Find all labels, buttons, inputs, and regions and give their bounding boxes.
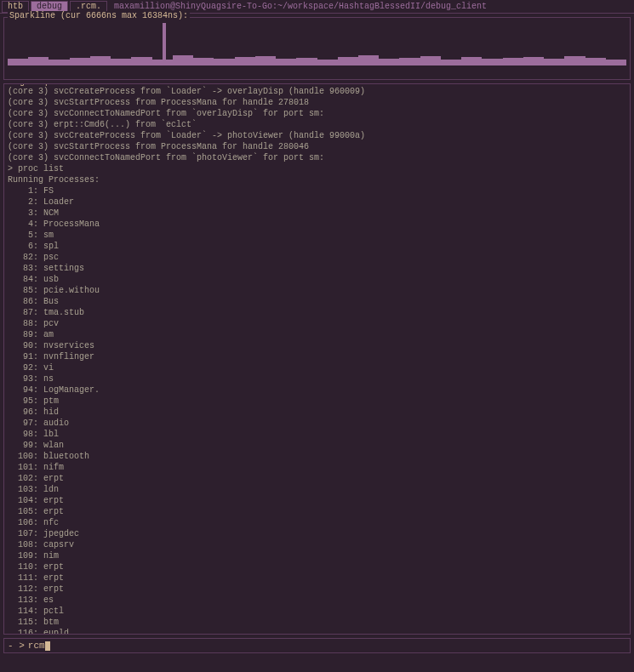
- sparkline-bar: [8, 59, 28, 65]
- sparkline-chart: [8, 23, 626, 65]
- cursor-icon: [45, 641, 50, 651]
- sparkline-bar: [28, 57, 49, 65]
- sparkline-spike: [163, 23, 166, 65]
- sparkline-bar: [544, 59, 564, 65]
- sparkline-bar: [338, 57, 358, 65]
- sparkline-bar: [276, 59, 296, 65]
- sparkline-bar: [585, 58, 606, 65]
- command-prefix: - >: [8, 641, 25, 651]
- sparkline-bar: [358, 55, 379, 65]
- sparkline-bar: [49, 60, 69, 65]
- sparkline-bar: [503, 58, 523, 65]
- sparkline-bar: [461, 57, 482, 65]
- sparkline-bar: [317, 60, 338, 65]
- sparkline-bar: [173, 55, 193, 65]
- sparkline-bar: [564, 56, 585, 65]
- command-text: rcm: [28, 641, 45, 651]
- log-title: Log Output: [8, 83, 62, 87]
- sparkline-bar: [70, 58, 90, 65]
- sparkline-bar: [606, 60, 626, 65]
- sparkline-bar: [111, 59, 131, 65]
- sparkline-bar: [131, 57, 151, 65]
- log-panel: Log Output (core 3) svcCreateProcess fro…: [3, 83, 631, 635]
- log-content: (core 3) svcCreateProcess from `Loader` …: [8, 86, 626, 635]
- sparkline-bar: [379, 59, 399, 65]
- path-label: maxamillion@ShinyQuagsire-To-Go:~/worksp…: [114, 2, 487, 11]
- sparkline-bar: [214, 59, 234, 65]
- command-bar[interactable]: - > rcm: [3, 638, 631, 653]
- sparkline-bar: [296, 58, 317, 65]
- sparkline-bar: [420, 56, 441, 65]
- sparkline-bar: [90, 56, 111, 65]
- sparkline-panel: Sparkline (cur 6666ns max 16384ns):: [3, 17, 631, 80]
- sparkline-bar: [399, 58, 420, 65]
- sparkline-bar: [235, 57, 255, 65]
- sparkline-bar: [482, 59, 502, 65]
- sparkline-bar: [255, 56, 276, 65]
- sparkline-title: Sparkline (cur 6666ns max 16384ns):: [8, 11, 190, 20]
- sparkline-bar: [193, 58, 214, 65]
- sparkline-bar: [441, 60, 461, 65]
- sparkline-bar: [523, 57, 544, 65]
